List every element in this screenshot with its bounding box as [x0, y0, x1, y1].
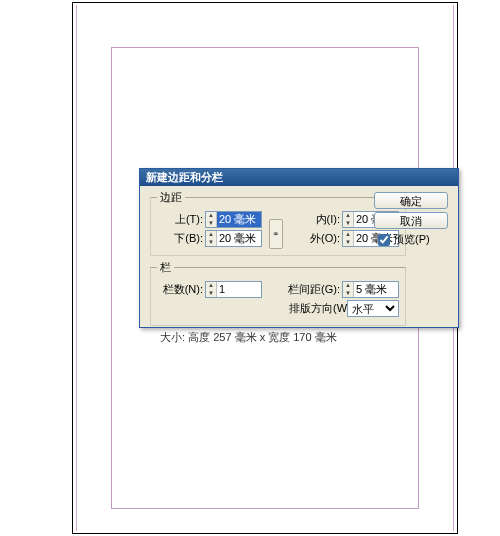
spinner-icon[interactable]: ▲▼ — [206, 231, 217, 246]
label-margin-top: 上(T): — [157, 212, 203, 227]
spinner-icon[interactable]: ▲▼ — [343, 282, 354, 297]
column-count-input[interactable] — [217, 282, 261, 297]
spinner-icon[interactable]: ▲▼ — [206, 212, 217, 227]
margins-legend: 边距 — [157, 190, 185, 205]
spinner-icon[interactable]: ▲▼ — [343, 212, 354, 227]
label-gutter: 栏间距(G): — [284, 282, 340, 297]
cancel-button[interactable]: 取消 — [374, 212, 448, 229]
label-margin-bottom: 下(B): — [157, 231, 203, 246]
gutter-field[interactable]: ▲▼ — [342, 281, 399, 298]
margin-bottom-field[interactable]: ▲▼ — [205, 230, 262, 247]
spinner-icon[interactable]: ▲▼ — [206, 282, 217, 297]
gutter-input[interactable] — [354, 282, 398, 297]
margins-columns-dialog: 新建边距和分栏 边距 ⚭ 上(T): ▲▼ 内(I): ▲▼ 下(B): — [139, 168, 459, 328]
dialog-title[interactable]: 新建边距和分栏 — [140, 169, 458, 186]
columns-legend: 栏 — [157, 260, 174, 275]
margin-bottom-input[interactable] — [217, 231, 261, 246]
label-margin-inside: 内(I): — [284, 212, 340, 227]
margin-top-input[interactable] — [217, 212, 261, 227]
margins-group: 边距 ⚭ 上(T): ▲▼ 内(I): ▲▼ 下(B): ▲▼ — [150, 190, 406, 256]
preview-label: 预览(P) — [393, 232, 430, 247]
column-count-field[interactable]: ▲▼ — [205, 281, 262, 298]
label-column-count: 栏数(N): — [157, 282, 203, 297]
label-direction: 排版方向(W): — [289, 301, 345, 316]
margin-top-field[interactable]: ▲▼ — [205, 211, 262, 228]
columns-group: 栏 栏数(N): ▲▼ 栏间距(G): ▲▼ 排版方向(W): 水平 — [150, 260, 406, 326]
direction-select[interactable]: 水平 — [347, 300, 399, 317]
guide-left — [76, 5, 77, 531]
preview-checkbox-input[interactable] — [378, 234, 390, 246]
dialog-body: 边距 ⚭ 上(T): ▲▼ 内(I): ▲▼ 下(B): ▲▼ — [140, 186, 458, 327]
preview-checkbox[interactable]: 预览(P) — [374, 232, 452, 247]
ok-button[interactable]: 确定 — [374, 192, 448, 209]
size-readout: 大小: 高度 257 毫米 x 宽度 170 毫米 — [150, 330, 452, 345]
dialog-actions: 确定 取消 预览(P) — [374, 192, 452, 247]
spinner-icon[interactable]: ▲▼ — [343, 231, 354, 246]
link-margins-icon[interactable]: ⚭ — [269, 219, 283, 249]
label-margin-outside: 外(O): — [284, 231, 340, 246]
